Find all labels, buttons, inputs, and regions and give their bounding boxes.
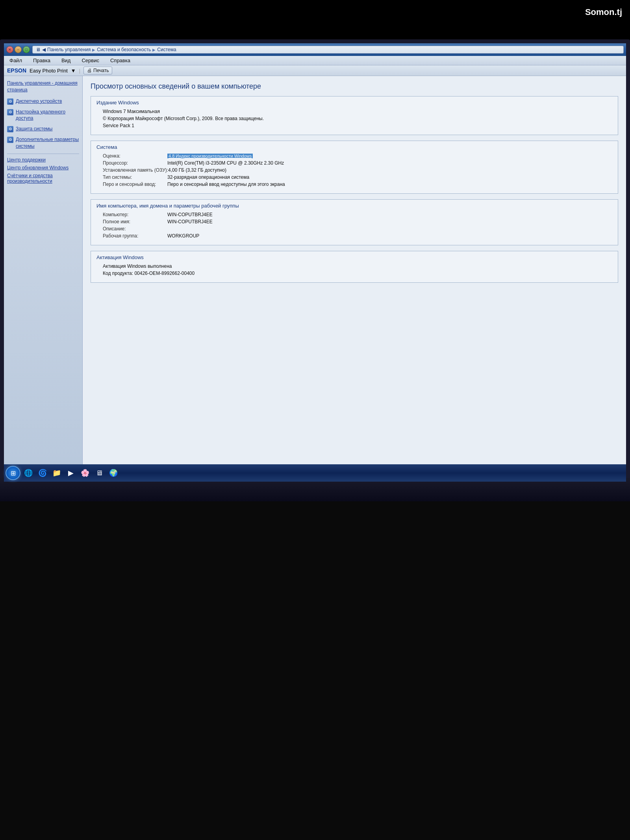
computer-name-section: Имя компьютера, имя домена и параметры р… bbox=[91, 199, 618, 245]
description-row: Описание: bbox=[96, 226, 612, 232]
app-name: Easy Photo Print bbox=[30, 68, 68, 74]
taskbar-icon-ie[interactable]: 🌀 bbox=[36, 467, 49, 479]
fullname-label: Полное имя: bbox=[96, 219, 167, 224]
windows-edition-title: Издание Windows bbox=[96, 100, 612, 106]
pen-row: Перо и сенсорный ввод: Перо и сенсорный … bbox=[96, 182, 612, 187]
rating-row: Оценка: 4.8 Индекс производительности Wi… bbox=[96, 153, 612, 159]
sidebar: Панель управления - домашняя страница Ди… bbox=[4, 76, 83, 482]
breadcrumb: 🖥 ◀ Панель управления ▶ Система и безопа… bbox=[32, 46, 624, 54]
rating-value: 4.8 Индекс производительности Windows bbox=[167, 153, 612, 159]
device-manager-icon bbox=[7, 98, 13, 105]
menu-view[interactable]: Вид bbox=[59, 57, 73, 64]
system-section-title: Система bbox=[96, 144, 612, 150]
maximize-button[interactable]: □ bbox=[23, 46, 30, 53]
sidebar-home-link[interactable]: Панель управления - домашняя страница bbox=[7, 80, 79, 93]
activation-section-title: Активация Windows bbox=[96, 254, 612, 260]
content-area: Просмотр основных сведений о вашем компь… bbox=[83, 76, 626, 482]
titlebar: ✕ − □ 🖥 ◀ Панель управления ▶ Система и … bbox=[4, 43, 626, 56]
print-button[interactable]: 🖨 Печать bbox=[83, 67, 112, 74]
system-section: Система Оценка: 4.8 Индекс производитель… bbox=[91, 141, 618, 194]
close-button[interactable]: ✕ bbox=[6, 46, 13, 53]
menu-service[interactable]: Сервис bbox=[79, 57, 102, 64]
service-pack: Service Pack 1 bbox=[103, 123, 612, 128]
watermark-text: Somon.tj bbox=[585, 7, 622, 17]
taskbar-icon-globe[interactable]: 🌐 bbox=[22, 467, 35, 479]
system-type-value: 32-разрядная операционная система bbox=[167, 174, 612, 180]
breadcrumb-back-icon: ◀ bbox=[42, 47, 46, 52]
page-title: Просмотр основных сведений о вашем компь… bbox=[91, 82, 618, 91]
sidebar-remote-access-label: Настройка удаленного доступа bbox=[16, 109, 79, 122]
fullname-row: Полное имя: WIN-COPUTBRJ4EE bbox=[96, 219, 612, 224]
start-button[interactable] bbox=[6, 466, 20, 480]
activation-status: Активация Windows выполнена bbox=[103, 263, 612, 269]
computer-row: Компьютер: WIN-COPUTBRJ4EE bbox=[96, 212, 612, 217]
workgroup-value: WORKGROUP bbox=[167, 233, 612, 239]
workgroup-label: Рабочая группа: bbox=[96, 233, 167, 239]
windows-info: Windows 7 Максимальная © Корпорация Майк… bbox=[96, 109, 612, 128]
rating-label: Оценка: bbox=[96, 153, 167, 159]
activation-info: Активация Windows выполнена Код продукта… bbox=[96, 263, 612, 276]
pen-value: Перо и сенсорный ввод недоступны для это… bbox=[167, 182, 612, 187]
system-type-label: Тип системы: bbox=[96, 174, 167, 180]
menu-help[interactable]: Справка bbox=[108, 57, 133, 64]
breadcrumb-item-1[interactable]: Панель управления bbox=[47, 47, 91, 52]
taskbar-icon-network[interactable]: 🌍 bbox=[107, 467, 120, 479]
breadcrumb-sep-1: ▶ bbox=[92, 48, 95, 52]
taskbar-icon-flower[interactable]: 🌸 bbox=[79, 467, 91, 479]
breadcrumb-sep-2: ▶ bbox=[152, 48, 156, 52]
product-key-row: Код продукта: 00426-OEM-8992662-00400 bbox=[103, 271, 612, 276]
menu-edit[interactable]: Правка bbox=[31, 57, 53, 64]
sidebar-system-protection-label: Защита системы bbox=[16, 126, 52, 132]
fullname-value: WIN-COPUTBRJ4EE bbox=[167, 219, 612, 224]
computer-value: WIN-COPUTBRJ4EE bbox=[167, 212, 612, 217]
taskbar: 🌐 🌀 📁 ▶ 🌸 🖥 🌍 bbox=[4, 464, 626, 482]
processor-label: Процессор: bbox=[96, 160, 167, 166]
windows-name: Windows 7 Максимальная bbox=[103, 109, 612, 114]
remote-access-icon bbox=[7, 109, 13, 115]
sidebar-item-system-protection[interactable]: Защита системы bbox=[7, 126, 79, 132]
breadcrumb-item-2[interactable]: Система и безопасность bbox=[97, 47, 151, 52]
ram-label: Установленная память (ОЗУ): bbox=[96, 167, 168, 173]
print-icon: 🖨 bbox=[87, 68, 92, 73]
sidebar-item-device-manager[interactable]: Диспетчер устройств bbox=[7, 98, 79, 105]
system-protection-icon bbox=[7, 126, 13, 132]
processor-value: Intel(R) Core(TM) i3-2350M CPU @ 2.30GHz… bbox=[167, 160, 612, 166]
sidebar-item-advanced-settings[interactable]: Дополнительные параметры системы bbox=[7, 136, 79, 150]
menubar: Файл Правка Вид Сервис Справка bbox=[4, 56, 626, 65]
bottom-area bbox=[0, 486, 630, 840]
minimize-button[interactable]: − bbox=[15, 46, 22, 53]
dropdown-arrow[interactable]: ▼ bbox=[71, 68, 76, 74]
system-type-row: Тип системы: 32-разрядная операционная с… bbox=[96, 174, 612, 180]
performance-index-link[interactable]: 4.8 Индекс производительности Windows bbox=[167, 154, 253, 158]
sidebar-divider bbox=[7, 154, 79, 154]
windows-edition-section: Издание Windows Windows 7 Максимальная ©… bbox=[91, 96, 618, 135]
activation-section: Активация Windows Активация Windows выпо… bbox=[91, 251, 618, 283]
main-area: Панель управления - домашняя страница Ди… bbox=[4, 76, 626, 482]
sidebar-advanced-settings-label: Дополнительные параметры системы bbox=[16, 136, 79, 150]
computer-section-title: Имя компьютера, имя домена и параметры р… bbox=[96, 203, 612, 209]
copyright-text: © Корпорация Майкрософт (Microsoft Corp.… bbox=[103, 116, 612, 121]
toolbar: EPSON Easy Photo Print ▼ | 🖨 Печать bbox=[4, 65, 626, 76]
epson-label: EPSON bbox=[7, 67, 26, 74]
product-key-label: Код продукта: bbox=[103, 271, 133, 276]
taskbar-icon-monitor[interactable]: 🖥 bbox=[93, 467, 106, 479]
description-label: Описание: bbox=[96, 226, 167, 232]
processor-row: Процессор: Intel(R) Core(TM) i3-2350M CP… bbox=[96, 160, 612, 166]
taskbar-icon-media[interactable]: ▶ bbox=[65, 467, 77, 479]
screen: ✕ − □ 🖥 ◀ Панель управления ▶ Система и … bbox=[4, 43, 626, 482]
separator: | bbox=[79, 68, 80, 74]
ram-value: 4,00 ГБ (3,32 ГБ доступно) bbox=[168, 167, 612, 173]
ram-row: Установленная память (ОЗУ): 4,00 ГБ (3,3… bbox=[96, 167, 612, 173]
description-value bbox=[167, 226, 612, 232]
product-key-value: 00426-OEM-8992662-00400 bbox=[134, 271, 195, 276]
sidebar-performance-link[interactable]: Счётчики и средства производительности bbox=[7, 173, 79, 184]
taskbar-icon-folder[interactable]: 📁 bbox=[50, 467, 63, 479]
window-controls: ✕ − □ bbox=[6, 46, 30, 53]
menu-file[interactable]: Файл bbox=[7, 57, 24, 64]
sidebar-item-remote-access[interactable]: Настройка удаленного доступа bbox=[7, 109, 79, 122]
computer-label: Компьютер: bbox=[96, 212, 167, 217]
breadcrumb-item-3[interactable]: Система bbox=[157, 47, 176, 52]
workgroup-row: Рабочая группа: WORKGROUP bbox=[96, 233, 612, 239]
sidebar-windows-update-link[interactable]: Центр обновления Windows bbox=[7, 165, 79, 171]
sidebar-support-center-link[interactable]: Центр поддержки bbox=[7, 157, 79, 163]
